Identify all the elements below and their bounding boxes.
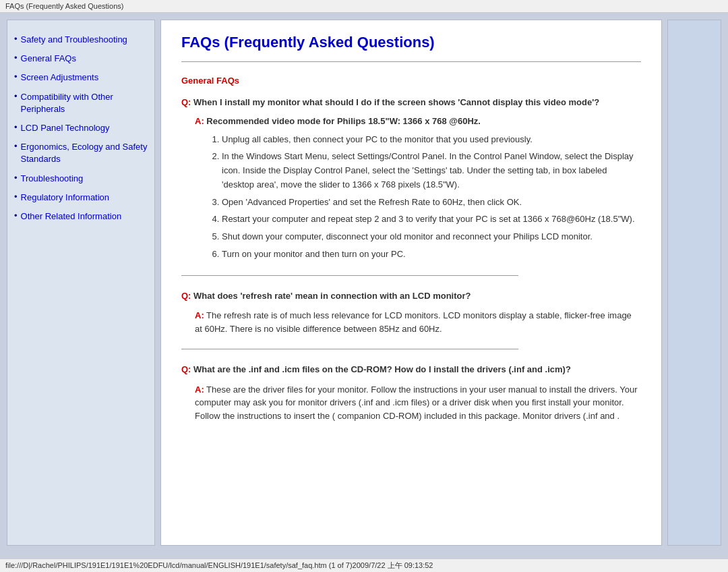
a1-label: A: — [195, 116, 204, 126]
sidebar: Safety and Troubleshooting General FAQs … — [7, 20, 155, 546]
sidebar-link-general-faqs[interactable]: General FAQs — [21, 53, 76, 65]
sidebar-link-screen-adjustments[interactable]: Screen Adjustments — [21, 72, 99, 84]
q3-text: What are the .inf and .icm files on the … — [193, 364, 571, 374]
sidebar-item-compatibility[interactable]: Compatibility with Other Peripherals — [14, 91, 148, 115]
answer-2: A: The refresh rate is of much less rele… — [195, 309, 641, 335]
a3-text: These are the driver files for your moni… — [195, 384, 638, 421]
step-4: Restart your computer and repeat step 2 … — [222, 212, 641, 227]
sidebar-item-screen-adjustments[interactable]: Screen Adjustments — [14, 72, 148, 84]
answer-1-steps: Unplug all cables, then connect your PC … — [222, 133, 641, 262]
title-bar-text: FAQs (Frequently Asked Questions) — [5, 2, 123, 10]
q1-label: Q: — [181, 97, 191, 107]
sidebar-link-other[interactable]: Other Related Information — [21, 210, 122, 223]
a1-recommended-text: Recommended video mode for Philips 18.5"… — [206, 116, 481, 126]
a2-label: A: — [195, 310, 204, 320]
sidebar-item-other[interactable]: Other Related Information — [14, 210, 148, 223]
a3-label: A: — [195, 384, 204, 395]
sidebar-link-safety[interactable]: Safety and Troubleshooting — [21, 34, 127, 46]
step-2: In the Windows Start Menu, select Settin… — [222, 150, 641, 192]
question-2: Q: What does 'refresh rate' mean in conn… — [181, 289, 641, 303]
sidebar-link-regulatory[interactable]: Regulatory Information — [21, 192, 110, 204]
q2-label: Q: — [181, 291, 191, 301]
sidebar-link-compatibility[interactable]: Compatibility with Other Peripherals — [21, 91, 148, 115]
q3-label: Q: — [181, 364, 191, 374]
sub-divider-1 — [181, 275, 518, 276]
sidebar-nav-list: Safety and Troubleshooting General FAQs … — [14, 34, 148, 223]
page-title: FAQs (Frequently Asked Questions) — [181, 34, 641, 51]
sidebar-item-troubleshooting[interactable]: Troubleshooting — [14, 173, 148, 185]
section-title: General FAQs — [181, 76, 641, 86]
q1-text: When I install my monitor what should I … — [193, 97, 599, 107]
answer-1-recommended: A: Recommended video mode for Philips 18… — [195, 116, 641, 126]
sidebar-item-lcd-panel[interactable]: LCD Panel Technology — [14, 122, 148, 134]
title-divider — [181, 61, 641, 62]
step-1: Unplug all cables, then connect your PC … — [222, 133, 641, 147]
right-panel — [667, 20, 721, 546]
a2-text: The refresh rate is of much less relevan… — [195, 310, 632, 334]
sidebar-item-regulatory[interactable]: Regulatory Information — [14, 192, 148, 204]
main-content: FAQs (Frequently Asked Questions) Genera… — [160, 20, 662, 546]
sidebar-link-lcd-panel[interactable]: LCD Panel Technology — [21, 122, 110, 134]
sidebar-item-general-faqs[interactable]: General FAQs — [14, 53, 148, 65]
step-6: Turn on your monitor and then turn on yo… — [222, 248, 641, 262]
step-3: Open 'Advanced Properties' and set the R… — [222, 196, 641, 210]
sidebar-link-ergonomics[interactable]: Ergonomics, Ecology and Safety Standards — [21, 141, 148, 165]
answer-3: A: These are the driver files for your m… — [195, 383, 641, 423]
title-bar: FAQs (Frequently Asked Questions) — [0, 0, 728, 13]
q2-text: What does 'refresh rate' mean in connect… — [193, 291, 471, 301]
sidebar-item-ergonomics[interactable]: Ergonomics, Ecology and Safety Standards — [14, 141, 148, 165]
sub-divider-2 — [181, 349, 518, 349]
status-bar-text: file:///D|/Rachel/PHILIPS/191E1/191E1%20… — [5, 561, 433, 569]
question-3: Q: What are the .inf and .icm files on t… — [181, 363, 641, 376]
step-5: Shut down your computer, disconnect your… — [222, 230, 641, 244]
question-1: Q: When I install my monitor what should… — [181, 96, 641, 109]
status-bar: file:///D|/Rachel/PHILIPS/191E1/191E1%20… — [0, 559, 728, 572]
sidebar-link-troubleshooting[interactable]: Troubleshooting — [21, 173, 84, 185]
sidebar-item-safety[interactable]: Safety and Troubleshooting — [14, 34, 148, 46]
